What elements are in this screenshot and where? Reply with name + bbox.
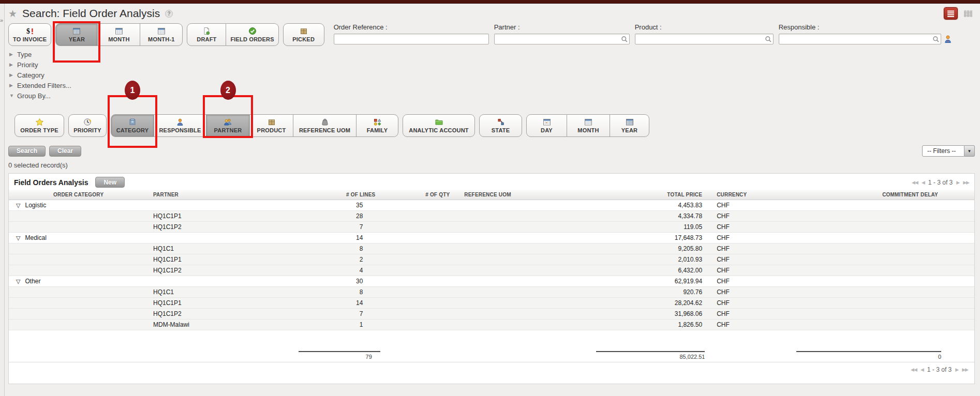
section-category[interactable]: ▶ Category	[8, 70, 975, 80]
prev-page-icon[interactable]: ◀	[922, 180, 925, 185]
table-row[interactable]: ▽ HQ1C1 8 9,205.80 CHF	[9, 243, 974, 254]
favorite-star-icon[interactable]: ★	[8, 9, 17, 19]
filters-dropdown[interactable]: -- Filters -- ▼	[922, 145, 975, 157]
grid-view-button[interactable]	[961, 7, 975, 20]
app-window: » ★ Search: Field Order Analysis ?	[0, 0, 980, 396]
section-group-by[interactable]: ▼ Group By...	[8, 90, 975, 101]
order-reference-input[interactable]	[334, 34, 488, 44]
filter-month-1-button[interactable]: MONTH-1	[140, 23, 183, 46]
cell-qty	[380, 265, 453, 276]
filter-year-button[interactable]: YEAR	[55, 23, 98, 46]
groupby-category-button[interactable]: 1 CATEGORY	[111, 114, 154, 137]
responsible-input[interactable]	[779, 34, 941, 44]
groupby-family-button[interactable]: FAMILY	[357, 114, 398, 137]
cell-commitment-delay	[762, 309, 974, 319]
filter-draft-button[interactable]: DRAFT	[187, 23, 226, 46]
col-reference-uom[interactable]: REFERENCE UOM	[453, 190, 525, 200]
table-row[interactable]: ▽Other 30 62,919.94 CHF	[9, 276, 974, 287]
table-row[interactable]: ▽ HQ1C1 8 920.76 CHF	[9, 287, 974, 298]
groupby-month-button[interactable]: MONTH	[567, 114, 610, 137]
new-button[interactable]: New	[95, 177, 125, 188]
user-icon[interactable]	[944, 35, 952, 43]
chevron-right-icon: ▶	[9, 72, 13, 78]
last-page-icon[interactable]: ▶▶	[962, 367, 968, 372]
group-collapse-icon[interactable]: ▽	[16, 202, 20, 208]
chevron-right-icon: ▶	[9, 62, 13, 67]
calendar-day-icon	[543, 118, 551, 126]
package-icon	[268, 118, 276, 126]
first-page-icon[interactable]: ◀◀	[911, 367, 917, 372]
total-lines: 79	[299, 351, 381, 360]
next-page-icon[interactable]: ▶	[955, 367, 958, 372]
section-priority[interactable]: ▶ Priority	[8, 59, 975, 70]
search-button[interactable]: Search	[8, 146, 46, 157]
pager-text: 1 - 3 of 3	[927, 366, 952, 373]
cell-lines: 28	[299, 211, 381, 222]
search-icon[interactable]	[621, 36, 628, 43]
list-view-button[interactable]	[944, 7, 958, 20]
table-row[interactable]: ▽ HQ1C1P2 7 31,968.06 CHF	[9, 309, 974, 319]
groupby-reference-uom-button[interactable]: REFERENCE UOM	[293, 114, 357, 137]
groupby-state-button[interactable]: STATE	[479, 114, 522, 137]
table-row[interactable]: ▽Logistic 35 4,453.83 CHF	[9, 200, 974, 211]
cell-total-price: 4,453.83	[525, 200, 714, 211]
filter-field-orders-button[interactable]: FIELD ORDERS	[226, 23, 278, 46]
groupby-product-button[interactable]: PRODUCT	[250, 114, 293, 137]
product-input[interactable]	[635, 34, 773, 44]
cell-commitment-delay	[762, 298, 974, 309]
col-total-price[interactable]: TOTAL PRICE	[525, 190, 714, 200]
groupby-day-button[interactable]: DAY	[526, 114, 567, 137]
cell-partner: HQ1C1P2	[146, 309, 299, 319]
section-extended-filters[interactable]: ▶ Extended Filters...	[8, 80, 975, 90]
col-commitment-delay[interactable]: COMMITMENT DELAY	[762, 190, 974, 200]
last-page-icon[interactable]: ▶▶	[963, 180, 969, 185]
cell-reference-uom	[453, 254, 525, 265]
section-type[interactable]: ▶ Type	[8, 49, 975, 59]
expand-sidebar-icon[interactable]: »	[0, 17, 3, 23]
groupby-order-type-button[interactable]: ORDER TYPE	[14, 114, 64, 137]
search-icon[interactable]	[932, 36, 940, 43]
groupby-year-button[interactable]: YEAR	[610, 114, 649, 137]
groupby-analytic-account-button[interactable]: ANALYTIC ACCOUNT	[403, 114, 475, 137]
table-row[interactable]: ▽ MDM-Malawi 1 1,826.50 CHF	[9, 319, 974, 330]
clear-button[interactable]: Clear	[49, 146, 81, 157]
table-row[interactable]: ▽ HQ1C1P1 2 2,010.93 CHF	[9, 254, 974, 265]
pager-text: 1 - 3 of 3	[928, 179, 953, 186]
product-label: Product :	[635, 23, 774, 31]
cell-partner: HQ1C1P2	[146, 222, 299, 233]
col-lines[interactable]: # OF LINES	[299, 190, 381, 200]
table-row[interactable]: ▽ HQ1C1P2 4 6,432.00 CHF	[9, 265, 974, 276]
partner-input[interactable]	[495, 34, 629, 44]
prev-page-icon[interactable]: ◀	[920, 367, 924, 372]
groupby-priority-button[interactable]: PRIORITY	[68, 114, 107, 137]
group-collapse-icon[interactable]: ▽	[16, 278, 20, 284]
cell-lines: 35	[299, 200, 381, 211]
table-row[interactable]: ▽ HQ1C1P1 14 28,204.62 CHF	[9, 298, 974, 309]
cell-currency: CHF	[714, 298, 762, 309]
table-row[interactable]: ▽Medical 14 17,648.73 CHF	[9, 233, 974, 243]
cell-lines: 7	[299, 309, 381, 319]
filter-month-button[interactable]: MONTH	[98, 23, 140, 46]
col-currency[interactable]: CURRENCY	[714, 190, 762, 200]
cell-total-price: 6,432.00	[525, 265, 714, 276]
table-row[interactable]: ▽ HQ1C1P1 28 4,334.78 CHF	[9, 211, 974, 222]
dropdown-arrow-icon[interactable]: ▼	[964, 145, 975, 157]
first-page-icon[interactable]: ◀◀	[912, 180, 918, 185]
search-icon[interactable]	[765, 36, 772, 43]
list-title: Field Orders Analysis	[14, 178, 88, 187]
filter-to-invoice-button[interactable]: $ TO INVOICE	[8, 23, 51, 46]
col-partner[interactable]: PARTNER	[146, 190, 299, 200]
table-row[interactable]: ▽ HQ1C1P2 7 119.05 CHF	[9, 222, 974, 233]
group-collapse-icon[interactable]: ▽	[16, 235, 20, 241]
next-page-icon[interactable]: ▶	[956, 180, 959, 185]
groupby-responsible-button[interactable]: RESPONSIBLE	[154, 114, 206, 137]
cell-total-price: 1,826.50	[525, 319, 714, 330]
pager-top: ◀◀ ◀ 1 - 3 of 3 ▶ ▶▶	[912, 179, 969, 186]
groupby-partner-button[interactable]: 2 PARTNER	[206, 114, 250, 137]
help-icon[interactable]: ?	[165, 10, 173, 18]
col-order-category[interactable]: ORDER CATEGORY	[9, 190, 146, 200]
cell-commitment-delay	[762, 276, 974, 287]
col-qty[interactable]: # OF QTY	[380, 190, 453, 200]
filter-picked-button[interactable]: PICKED	[283, 23, 324, 46]
sidebar-collapse-strip[interactable]: »	[0, 4, 5, 396]
